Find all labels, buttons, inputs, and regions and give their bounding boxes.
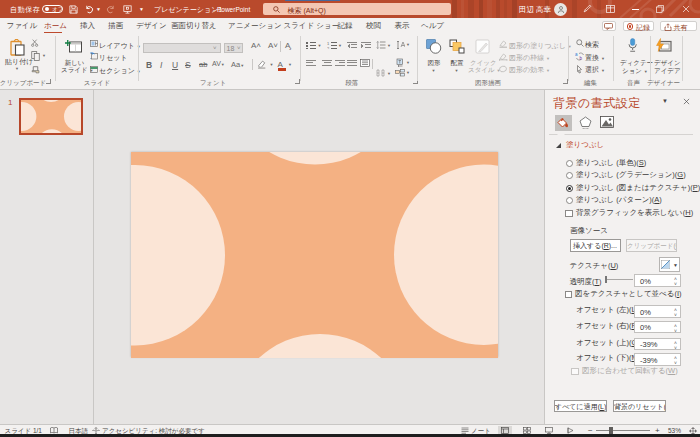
svg-text:a: a (575, 52, 578, 57)
svg-text:2: 2 (327, 46, 330, 50)
